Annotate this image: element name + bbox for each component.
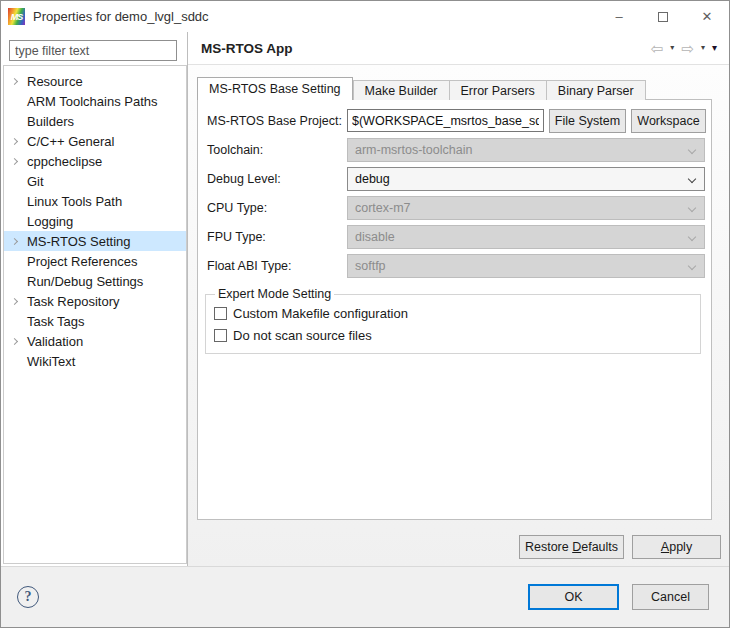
sidebar-item-builders[interactable]: Builders <box>4 111 186 131</box>
chevron-down-icon <box>688 146 696 154</box>
page-header: MS-RTOS App ⇦ ▾ ⇨ ▾ ▾ <box>188 32 729 65</box>
base-project-row: MS-RTOS Base Project: File System Worksp… <box>207 109 705 133</box>
window-title: Properties for demo_lvgl_sddc <box>33 9 209 24</box>
sidebar-item-run-debug-settings[interactable]: Run/Debug Settings <box>4 271 186 291</box>
mnemonic: A <box>661 540 669 554</box>
chevron-right-icon <box>11 337 18 344</box>
debug-level-label: Debug Level: <box>207 172 347 186</box>
mnemonic: D <box>572 540 581 554</box>
titlebar[interactable]: MS Properties for demo_lvgl_sddc – ✕ <box>1 1 729 32</box>
combo-value: softfp <box>355 259 386 273</box>
debug-level-select[interactable]: debug <box>347 167 705 191</box>
sidebar-item-label: MS-RTOS Setting <box>27 234 131 249</box>
maximize-icon <box>658 12 668 22</box>
file-system-button[interactable]: File System <box>549 109 626 133</box>
sidebar-item-label: Task Tags <box>27 314 85 329</box>
chevron-right-icon <box>11 297 18 304</box>
view-menu-icon[interactable]: ▾ <box>712 43 717 53</box>
sidebar-item-label: Task Repository <box>27 294 119 309</box>
window-controls: – ✕ <box>597 1 729 32</box>
sidebar-item-logging[interactable]: Logging <box>4 211 186 231</box>
base-setting-panel: MS-RTOS Base Project: File System Worksp… <box>197 99 712 520</box>
sidebar-item-git[interactable]: Git <box>4 171 186 191</box>
chevron-right-icon <box>11 157 18 164</box>
page-body: MS-RTOS Base Setting Make Builder Error … <box>188 65 729 566</box>
sidebar-item-label: Builders <box>27 114 74 129</box>
workspace-button[interactable]: Workspace <box>631 109 706 133</box>
fpu-type-row: FPU Type: disable <box>207 225 705 249</box>
sidebar-item-label: Git <box>27 174 44 189</box>
combo-value: debug <box>355 172 390 186</box>
chevron-down-icon <box>688 175 696 183</box>
cancel-button[interactable]: Cancel <box>632 584 709 610</box>
base-project-input[interactable] <box>347 109 544 132</box>
sidebar-item-task-tags[interactable]: Task Tags <box>4 311 186 331</box>
close-button[interactable]: ✕ <box>685 1 729 32</box>
sidebar-item-wikitext[interactable]: WikiText <box>4 351 186 371</box>
apply-button[interactable]: Apply <box>632 535 721 559</box>
minimize-icon: – <box>615 9 622 24</box>
toolchain-select: arm-msrtos-toolchain <box>347 138 705 162</box>
sidebar-item-project-references[interactable]: Project References <box>4 251 186 271</box>
float-abi-type-label: Float ABI Type: <box>207 259 347 273</box>
tab-ms-rtos-base-setting[interactable]: MS-RTOS Base Setting <box>197 77 353 100</box>
filter-input[interactable] <box>9 40 177 61</box>
button-label: efaults <box>581 540 618 554</box>
restore-defaults-button[interactable]: Restore Defaults <box>519 535 624 559</box>
sidebar-item-ms-rtos-setting[interactable]: MS-RTOS Setting <box>4 231 186 251</box>
combo-value: cortex-m7 <box>355 201 411 215</box>
cpu-type-select: cortex-m7 <box>347 196 705 220</box>
checkbox-icon <box>214 329 227 342</box>
back-history-dropdown-icon[interactable]: ▾ <box>670 44 674 52</box>
debug-level-row: Debug Level: debug <box>207 167 705 191</box>
sidebar-item-arm-toolchains-paths[interactable]: ARM Toolchains Paths <box>4 91 186 111</box>
sidebar-item-label: Logging <box>27 214 73 229</box>
tab-make-builder[interactable]: Make Builder <box>353 80 450 100</box>
sidebar-item-validation[interactable]: Validation <box>4 331 186 351</box>
sidebar-item-label: WikiText <box>27 354 75 369</box>
sidebar-item-linux-tools-path[interactable]: Linux Tools Path <box>4 191 186 211</box>
expert-mode-legend: Expert Mode Setting <box>215 287 334 301</box>
tab-binary-parser[interactable]: Binary Parser <box>547 80 646 100</box>
forward-icon[interactable]: ⇨ <box>681 41 694 56</box>
tab-bar: MS-RTOS Base Setting Make Builder Error … <box>197 77 729 100</box>
dialog-body: Resource ARM Toolchains Paths Builders C… <box>1 32 729 566</box>
help-button[interactable]: ? <box>17 586 39 608</box>
checkbox-custom-makefile[interactable]: Custom Makefile configuration <box>214 302 692 324</box>
fpu-type-label: FPU Type: <box>207 230 347 244</box>
sidebar-item-label: C/C++ General <box>27 134 114 149</box>
combo-value: disable <box>355 230 395 244</box>
sidebar-item-label: Run/Debug Settings <box>27 274 143 289</box>
sidebar-item-label: ARM Toolchains Paths <box>27 94 158 109</box>
tab-error-parsers[interactable]: Error Parsers <box>450 80 547 100</box>
chevron-down-icon <box>688 233 696 241</box>
minimize-button[interactable]: – <box>597 1 641 32</box>
sidebar-item-cpp-general[interactable]: C/C++ General <box>4 131 186 151</box>
cpu-type-label: CPU Type: <box>207 201 347 215</box>
sidebar-item-task-repository[interactable]: Task Repository <box>4 291 186 311</box>
button-label: pply <box>669 540 692 554</box>
button-label: Restore <box>525 540 572 554</box>
toolchain-row: Toolchain: arm-msrtos-toolchain <box>207 138 705 162</box>
sidebar-item-label: Validation <box>27 334 83 349</box>
cpu-type-row: CPU Type: cortex-m7 <box>207 196 705 220</box>
checkbox-no-scan-source[interactable]: Do not scan source files <box>214 324 692 346</box>
sidebar-item-resource[interactable]: Resource <box>4 71 186 91</box>
maximize-button[interactable] <box>641 1 685 32</box>
back-icon[interactable]: ⇦ <box>651 41 664 56</box>
settings-pane: MS-RTOS App ⇦ ▾ ⇨ ▾ ▾ MS-RTOS Base Setti… <box>188 32 729 566</box>
chevron-right-icon <box>11 77 18 84</box>
sidebar-item-cppcheclipse[interactable]: cppcheclipse <box>4 151 186 171</box>
float-abi-type-select: softfp <box>347 254 705 278</box>
toolchain-label: Toolchain: <box>207 143 347 157</box>
chevron-right-icon <box>11 137 18 144</box>
chevron-down-icon <box>688 204 696 212</box>
close-icon: ✕ <box>702 9 713 24</box>
combo-value: arm-msrtos-toolchain <box>355 143 472 157</box>
category-tree: Resource ARM Toolchains Paths Builders C… <box>3 65 187 564</box>
sidebar-item-label: Resource <box>27 74 83 89</box>
float-abi-type-row: Float ABI Type: softfp <box>207 254 705 278</box>
forward-history-dropdown-icon[interactable]: ▾ <box>701 44 705 52</box>
ok-button[interactable]: OK <box>528 584 619 610</box>
base-project-label: MS-RTOS Base Project: <box>207 114 347 128</box>
